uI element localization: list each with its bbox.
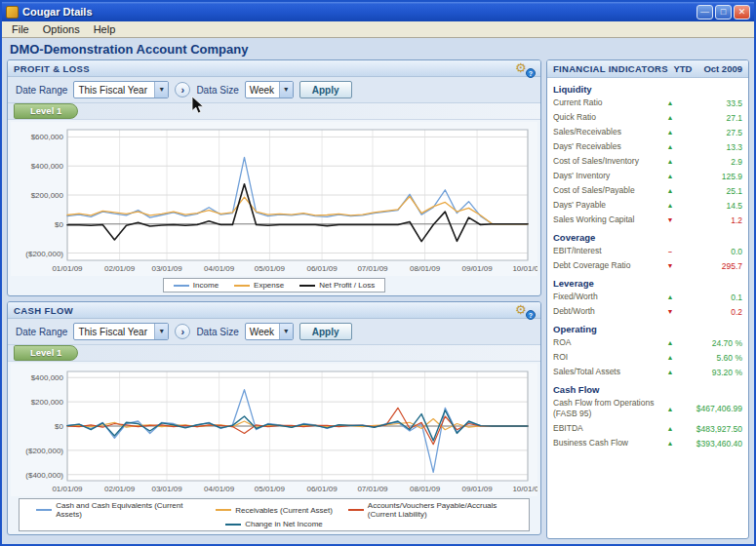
indicator-value: $467,406.99 [678,404,742,413]
indicator-row: Cost of Sales/Payable 25.1 [547,183,748,198]
data-size-value: Week [246,327,279,337]
svg-text:06/01/09: 06/01/09 [306,485,338,493]
legend-item: Net Profit / Loss [299,281,375,290]
legend-swatch [348,509,364,511]
indicator-value: 27.1 [678,113,742,123]
main-area: PROFIT & LOSS ⚙ ? Date Range This Fiscal… [2,59,754,544]
svg-text:10/01/09: 10/01/09 [512,485,537,493]
charts-column: PROFIT & LOSS ⚙ ? Date Range This Fiscal… [7,59,541,539]
date-range-select[interactable]: This Fiscal Year ▾ [73,81,169,98]
indicator-row: ROA 24.70 % [547,335,748,350]
indicator-label: Debt/Worth [553,306,662,317]
trend-arrow-icon [662,439,678,448]
indicator-label: ROA [553,337,662,348]
indicator-value: 33.5 [678,98,742,108]
trend-arrow-icon [662,98,678,107]
cash-flow-title: CASH FLOW [14,305,515,316]
menu-item[interactable]: Options [36,22,87,36]
svg-text:$0: $0 [55,422,63,431]
indicator-row: Debt/Worth 0.2 [547,304,748,319]
indicator-label: Quick Ratio [553,112,662,123]
svg-text:06/01/09: 06/01/09 [306,264,338,273]
legend-swatch [216,509,231,511]
indicator-label: Business Cash Flow [553,438,662,448]
trend-arrow-icon [662,128,678,136]
profit-loss-tabstrip: Level 1 [8,103,540,120]
indicator-row: Quick Ratio 27.1 [547,110,748,125]
page-title: DMO-Demonstration Account Company [2,38,754,59]
cash-flow-panel: CASH FLOW ⚙ ? Date Range This Fiscal Yea… [7,301,541,535]
legend-swatch [225,524,241,526]
svg-text:09/01/09: 09/01/09 [462,485,494,493]
svg-text:$0: $0 [55,220,63,229]
trend-arrow-icon [662,405,678,413]
legend-swatch [36,509,52,511]
help-icon[interactable]: ? [526,68,536,78]
date-range-select[interactable]: This Fiscal Year ▾ [73,323,169,340]
svg-text:($400,000): ($400,000) [25,471,63,480]
cash-flow-header: CASH FLOW ⚙ ? [8,302,540,319]
legend-label: Change in Net Income [245,520,323,528]
indicator-value: 24.70 % [678,338,742,348]
legend-label: Net Profit / Loss [319,281,375,290]
cash-flow-tabstrip: Level 1 [8,345,540,362]
trend-arrow-icon [662,157,678,166]
help-icon[interactable]: ? [526,310,536,320]
financial-indicators-header: FINANCIAL INDICATORS YTD Oct 2009 [547,60,748,78]
chevron-down-icon: ▾ [279,324,293,339]
indicator-value: 295.7 [678,261,742,271]
level-1-tab[interactable]: Level 1 [14,103,78,119]
maximize-icon[interactable]: □ [715,5,732,20]
advance-range-button[interactable]: › [175,324,190,339]
svg-text:09/01/09: 09/01/09 [462,264,494,273]
svg-text:08/01/09: 08/01/09 [410,485,441,493]
indicator-label: Cost of Sales/Payable [553,185,662,196]
indicator-label: Cost of Sales/Inventory [553,156,662,167]
indicator-label: Days' Inventory [553,171,662,181]
date-range-value: This Fiscal Year [74,327,154,337]
svg-text:04/01/09: 04/01/09 [204,485,235,493]
settings-gear-icon[interactable]: ⚙ [515,302,527,317]
legend-swatch [299,285,315,287]
close-icon[interactable]: ✕ [734,5,750,20]
indicator-row: Sales/Total Assets 93.20 % [547,365,748,379]
indicator-label: Sales Working Capital [553,214,662,225]
indicator-row: Cash Flow [547,379,748,396]
indicator-value: 0.1 [678,292,742,302]
level-1-tab[interactable]: Level 1 [14,345,78,361]
menu-item[interactable]: Help [87,22,123,36]
profit-loss-legend: Income Expense Net Profit / Loss [163,278,385,292]
advance-range-button[interactable]: › [175,82,190,98]
legend-item: Expense [234,281,284,290]
app-icon [6,6,19,19]
legend-item: Receivables (Current Asset) [216,506,333,515]
indicator-label: Current Ratio [553,98,662,108]
indicator-value: 2.9 [678,157,742,167]
trend-arrow-icon [662,186,678,195]
indicators-list: Liquidity Current Ratio 33.5 Quick Ratio [547,78,748,538]
indicators-date: Oct 2009 [703,63,742,74]
svg-text:05/01/09: 05/01/09 [255,264,286,273]
legend-label: Receivables (Current Asset) [235,506,333,515]
data-size-select[interactable]: Week ▾ [245,323,294,340]
legend-item: Accounts/Vouchers Payable/Accruals (Curr… [348,501,512,519]
indicator-value: 25.1 [678,186,742,196]
indicator-value: 93.20 % [678,368,742,377]
indicator-label: Fixed/Worth [553,292,662,302]
apply-button[interactable]: Apply [299,323,352,340]
profit-loss-title: PROFIT & LOSS [14,63,515,74]
menu-item[interactable]: File [5,22,36,36]
data-size-select[interactable]: Week ▾ [245,81,294,98]
data-size-label: Data Size [196,327,238,337]
indicator-label: Sales/Total Assets [553,367,662,377]
cash-flow-chart: 01/01/0902/01/0903/01/0904/01/0905/01/09… [11,364,537,496]
indicator-row: Fixed/Worth 0.1 [547,290,748,304]
settings-gear-icon[interactable]: ⚙ [515,60,527,75]
title-bar: Cougar Dtails — □ ✕ [2,2,754,21]
minimize-icon[interactable]: — [696,5,713,20]
financial-indicators-panel: FINANCIAL INDICATORS YTD Oct 2009 Liquid… [546,59,749,539]
indicator-label: Liquidity [553,84,592,95]
legend-item: Income [174,281,219,290]
legend-label: Cash and Cash Equivalents (Current Asset… [56,501,200,519]
apply-button[interactable]: Apply [299,81,352,98]
